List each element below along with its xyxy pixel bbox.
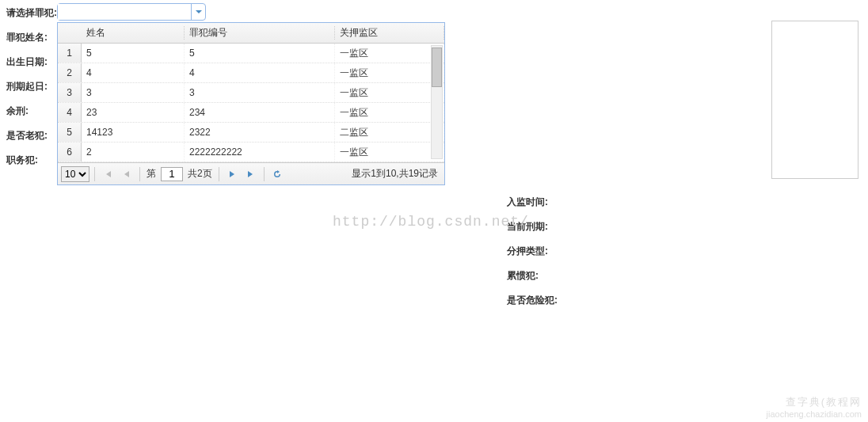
pager-info: 显示1到10,共19记录: [352, 167, 438, 181]
cell-code: 4: [185, 63, 335, 82]
row-number: 6: [58, 143, 82, 162]
table-row[interactable]: 622222222222一监区: [58, 143, 444, 162]
footer-watermark: 查字典(教程网 jiaocheng.chazidian.com: [767, 395, 862, 419]
scroll-thumb[interactable]: [432, 48, 442, 87]
cell-area: 二监区: [335, 123, 444, 142]
table-row[interactable]: 423234一监区: [58, 103, 444, 123]
cell-area: 一监区: [335, 103, 444, 122]
cell-name: 14123: [82, 123, 185, 142]
cell-area: 一监区: [335, 83, 444, 102]
page-size-select[interactable]: 10: [61, 166, 89, 182]
grid-header: 姓名 罪犯编号 关押监区: [58, 23, 444, 44]
row-number: 2: [58, 63, 82, 82]
cell-area: 一监区: [335, 143, 444, 162]
pager-separator: [264, 167, 265, 181]
grid-scrollbar[interactable]: [431, 45, 443, 159]
cell-name: 2: [82, 143, 185, 162]
table-row[interactable]: 333一监区: [58, 83, 444, 103]
cell-area: 一监区: [335, 44, 444, 63]
cell-code: 3: [185, 83, 335, 102]
label-birthdate: 出生日期:: [6, 55, 54, 69]
row-number: 5: [58, 123, 82, 142]
header-area[interactable]: 关押监区: [335, 26, 444, 40]
cell-name: 3: [82, 83, 185, 102]
cell-area: 一监区: [335, 63, 444, 82]
header-name[interactable]: 姓名: [82, 26, 185, 40]
selector-label: 请选择罪犯:: [6, 7, 57, 18]
row-number: 1: [58, 44, 82, 63]
label-repeat-offender: 是否老犯:: [6, 129, 54, 143]
label-habitual-offender: 累惯犯:: [507, 269, 868, 283]
cell-code: 5: [185, 44, 335, 63]
pager-separator: [139, 167, 140, 181]
cell-name: 5: [82, 44, 185, 63]
table-row[interactable]: 244一监区: [58, 63, 444, 83]
table-row[interactable]: 5141232322二监区: [58, 123, 444, 143]
pager-separator: [219, 167, 219, 181]
pager-separator: [94, 167, 95, 181]
last-page-button[interactable]: [243, 166, 259, 182]
label-duty-crime: 职务犯:: [6, 154, 54, 167]
dropdown-grid: 姓名 罪犯编号 关押监区 155一监区244一监区333一监区423234一监区…: [57, 22, 445, 185]
prev-page-button[interactable]: [119, 166, 135, 182]
page-number-input[interactable]: [161, 167, 183, 181]
label-dangerous: 是否危险犯:: [507, 294, 868, 307]
pager: 10 第 共2页 显示1到10,共19记录: [58, 162, 444, 184]
next-page-button[interactable]: [224, 166, 240, 182]
row-number: 3: [58, 83, 82, 102]
cell-name: 23: [82, 103, 185, 122]
row-number: 4: [58, 103, 82, 122]
label-admission-time: 入监时间:: [507, 196, 868, 209]
watermark-text: http://blog.csdn.net/: [333, 214, 529, 230]
first-page-button[interactable]: [100, 166, 116, 182]
total-pages-label: 共2页: [188, 167, 212, 181]
header-code[interactable]: 罪犯编号: [185, 26, 335, 40]
label-current-sentence: 当前刑期:: [507, 220, 868, 234]
prisoner-combo[interactable]: [57, 3, 206, 21]
label-remaining: 余刑:: [6, 105, 54, 118]
refresh-button[interactable]: [269, 166, 285, 182]
table-row[interactable]: 155一监区: [58, 44, 444, 63]
cell-code: 234: [185, 103, 335, 122]
page-label-prefix: 第: [147, 167, 156, 181]
prisoner-combo-input[interactable]: [58, 4, 191, 20]
label-sentence-start: 刑期起日:: [6, 80, 54, 93]
label-detention-type: 分押类型:: [507, 245, 868, 258]
photo-placeholder: [771, 21, 858, 179]
cell-code: 2322: [185, 123, 335, 142]
cell-code: 2222222222: [185, 143, 335, 162]
label-name: 罪犯姓名:: [6, 31, 54, 44]
combo-dropdown-icon[interactable]: [191, 4, 205, 20]
cell-name: 4: [82, 63, 185, 82]
